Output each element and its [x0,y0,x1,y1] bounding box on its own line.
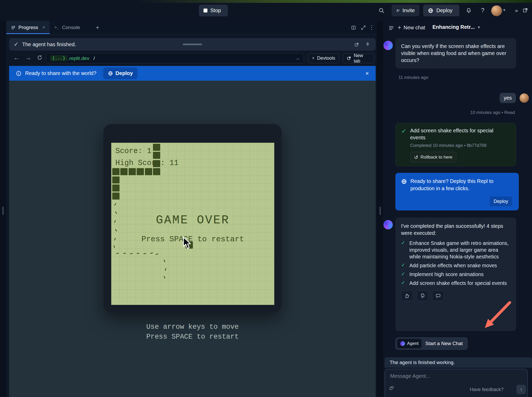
tab-console[interactable]: >_ Console [50,21,91,34]
step-text: Add particle effects when snake moves [409,262,497,269]
start-new-chat-button[interactable]: Agent Start a New Chat [395,337,468,350]
send-message-button[interactable]: ↑ [516,385,526,394]
new-tab-button[interactable]: New tab [343,53,374,63]
message-timestamp: 11 minutes ago [398,75,428,80]
devtools-button[interactable]: Devtools [308,53,339,63]
mouse-cursor [183,236,191,250]
panel-resize-handle[interactable] [380,207,381,215]
comment-button[interactable] [432,291,444,301]
deploy-button[interactable]: Deploy [423,5,459,16]
banner-text: Ready to share with the world? [25,70,96,76]
plan-step: ✓Add screen shake effects for special ev… [401,280,510,286]
particle-mark [165,268,166,271]
banner-deploy-button[interactable]: Deploy [103,67,138,79]
feedback-link[interactable]: Have feedback? [470,387,503,392]
info-icon [16,71,22,76]
attach-file-icon[interactable] [389,385,394,391]
pane-drag-handle[interactable] [183,44,202,45]
globe-icon [108,71,113,76]
checkpoint-card: ✓ Add screen shake effects for special e… [395,123,516,166]
agent-avatar [383,220,393,229]
snake-segment [112,184,120,191]
url-host: .replit.dev [68,56,89,61]
rollback-button[interactable]: ↺ Rollback to here [410,152,456,163]
globe-icon [428,8,433,13]
instruction-line: Use arrow keys to move [103,322,282,332]
particle-mark [115,229,117,231]
rollback-label: Rollback to here [421,155,452,160]
session-title: Enhancing Retr... [432,24,475,30]
close-tab-icon[interactable]: × [43,25,45,30]
chat-history-icon[interactable] [387,24,396,32]
new-tab-plus-icon[interactable]: + [94,24,101,31]
plus-icon: + [398,24,401,31]
annotation-arrow [479,300,513,332]
nav-reload-icon[interactable] [35,53,44,62]
stop-label: Stop [210,8,221,13]
session-title-dropdown[interactable]: Enhancing Retr... ▾ [432,24,480,30]
webview: Score: 1 High Score: 11 GAME OVER Press … [9,81,376,397]
invite-button[interactable]: Invite [391,5,419,16]
pane-menu-kebab-icon[interactable]: ⋮ [367,23,376,32]
open-window-icon[interactable] [521,6,530,15]
thumbs-up-button[interactable] [401,291,413,301]
snake-segment [112,176,120,183]
replit-workspace: Stop Invite Deploy ? ▾ » [0,0,532,397]
new-chat-button[interactable]: + New chat [398,24,425,31]
agent-message-text: Can you verify if the screen shake effec… [401,43,510,64]
search-icon[interactable] [377,6,386,15]
lcd-screen[interactable]: Score: 1 High Score: 11 GAME OVER Press … [111,143,274,305]
url-bar[interactable]: {...} .replit.dev / → [46,53,304,63]
plan-step: ✓Implement high score animations [401,271,510,278]
step-text: Enhance Snake game with retro animations… [409,240,510,260]
account-chevron-icon[interactable]: ▾ [503,8,505,12]
deploy-promo-button[interactable]: Deploy [490,196,512,206]
tab-progress[interactable]: Progress × [6,21,50,34]
particle-mark [123,253,126,254]
help-icon[interactable]: ? [478,6,487,15]
snake-segment [112,193,120,200]
tab-bar: Progress × >_ Console + ⋮ [6,21,377,34]
user-avatar[interactable] [491,5,502,16]
nav-forward-icon[interactable]: → [24,53,33,62]
message-input[interactable] [390,373,520,379]
step-check-icon: ✓ [401,271,407,278]
split-view-icon[interactable] [349,23,358,32]
snake-segment [112,168,120,175]
particle-mark [114,203,116,206]
particle-mark [150,252,153,254]
agent-logo-icon [400,341,405,346]
panel-toggle-icon[interactable]: » [512,6,521,15]
devtools-label: Devtools [317,56,335,61]
user-message-bubble: yes [500,93,516,103]
snake-segment [153,168,160,175]
plan-intro-text: I've completed the plan successfully! 4 … [401,223,510,237]
agent-status-text: The agent has finished. [22,42,76,47]
game-instructions: Use arrow keys to move Press SPACE to re… [103,322,282,342]
new-tab-label: New tab [354,53,370,64]
check-icon: ✓ [401,128,406,135]
snake-segment [145,168,152,175]
stop-button[interactable]: Stop [199,5,228,16]
thumbs-down-button[interactable] [417,291,429,301]
agent-message: Can you verify if the screen shake effec… [395,38,516,69]
pin-icon[interactable] [364,41,372,49]
left-resize-handle[interactable] [2,207,4,215]
open-external-icon[interactable] [353,41,361,49]
url-id-badge: {...} [50,55,67,61]
particle-mark [163,259,165,262]
message-timestamp: 10 minutes ago • Read [470,110,515,115]
chevron-down-icon: ▾ [478,25,480,30]
banner-close-icon[interactable]: × [365,70,369,77]
step-check-icon: ✓ [401,280,407,286]
snake-segment [153,144,160,151]
nav-back-icon[interactable]: ← [12,53,21,62]
url-go-icon[interactable]: → [295,55,300,61]
expand-pane-icon[interactable] [359,23,367,32]
plan-step: ✓Add particle effects when snake moves [401,262,510,269]
tab-label: Progress [18,25,38,30]
top-bar: Stop Invite Deploy ? ▾ » [0,0,532,21]
devtools-plug-icon [312,56,315,61]
console-tab-icon: >_ [54,25,59,30]
notifications-bell-icon[interactable] [464,6,473,15]
